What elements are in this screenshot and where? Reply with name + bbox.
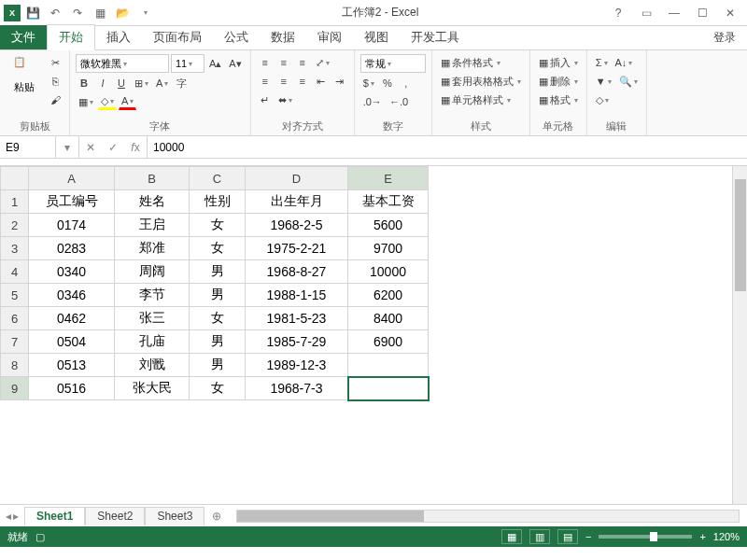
cell-C9[interactable]: 女 (190, 377, 246, 400)
tab-file[interactable]: 文件 (0, 25, 47, 49)
comma-icon[interactable]: , (398, 75, 415, 91)
cell-C4[interactable]: 男 (190, 260, 246, 284)
increase-decimal-icon[interactable]: .0→ (360, 93, 385, 110)
decrease-decimal-icon[interactable]: ←.0 (387, 93, 411, 110)
cell-E3[interactable]: 9700 (348, 237, 429, 260)
minimize-icon[interactable]: — (661, 3, 687, 23)
cell-A8[interactable]: 0513 (29, 354, 115, 377)
tab-view[interactable]: 视图 (353, 25, 400, 49)
cell-A2[interactable]: 0174 (29, 214, 115, 237)
cell-B9[interactable]: 张大民 (115, 377, 190, 400)
paste-button[interactable]: 📋 粘贴 (6, 54, 43, 96)
percent-icon[interactable]: % (379, 75, 396, 91)
help-icon[interactable]: ? (605, 3, 631, 23)
delete-cells-button[interactable]: ▦ 删除 (536, 73, 581, 90)
cell-D8[interactable]: 1989-12-3 (246, 354, 348, 377)
format-painter-icon[interactable]: 🖌 (47, 91, 63, 108)
shrink-font-icon[interactable]: A▾ (226, 55, 244, 72)
maximize-icon[interactable]: ☐ (689, 3, 715, 23)
orientation-icon[interactable]: ⤢ (313, 54, 332, 71)
open-icon[interactable]: 📂 (112, 3, 133, 23)
col-header-D[interactable]: D (246, 167, 348, 190)
cell-E5[interactable]: 6200 (348, 284, 429, 307)
col-header-C[interactable]: C (190, 167, 246, 190)
cell-D9[interactable]: 1968-7-3 (246, 377, 348, 400)
cell-B6[interactable]: 张三 (115, 307, 190, 330)
sheet-tab-sheet2[interactable]: Sheet2 (85, 507, 145, 525)
tab-layout[interactable]: 页面布局 (142, 25, 213, 49)
row-header-3[interactable]: 3 (1, 237, 29, 260)
increase-indent-icon[interactable]: ⇥ (331, 73, 348, 90)
cell-A7[interactable]: 0504 (29, 330, 115, 354)
close-icon[interactable]: ✕ (717, 3, 743, 23)
page-break-view-icon[interactable]: ▤ (557, 529, 578, 544)
login-link[interactable]: 登录 (702, 26, 747, 49)
cancel-icon[interactable]: ✕ (79, 141, 102, 154)
zoom-out-icon[interactable]: − (585, 531, 591, 542)
horizontal-scrollbar[interactable] (236, 510, 740, 523)
align-left-icon[interactable]: ≡ (257, 73, 274, 90)
phonetic-guide-icon[interactable]: 字 (173, 75, 190, 91)
worksheet-grid[interactable]: ABCDE1员工编号姓名性别出生年月基本工资20174王启女1968-2-556… (0, 166, 747, 504)
cell-E7[interactable]: 6900 (348, 330, 429, 354)
align-center-icon[interactable]: ≡ (275, 73, 292, 90)
font-color-button[interactable]: A (119, 93, 136, 110)
cell-C5[interactable]: 男 (190, 284, 246, 307)
normal-view-icon[interactable]: ▦ (501, 529, 522, 544)
sheet-nav-first-icon[interactable]: ◂ (6, 510, 11, 523)
sheet-nav-last-icon[interactable]: ▸ (13, 510, 19, 523)
macro-record-icon[interactable]: ▢ (35, 531, 45, 543)
zoom-in-icon[interactable]: + (699, 531, 705, 542)
qat-dropdown[interactable] (134, 3, 155, 23)
decrease-indent-icon[interactable]: ⇤ (313, 73, 330, 90)
row-header-7[interactable]: 7 (1, 330, 29, 354)
italic-button[interactable]: I (94, 75, 111, 91)
zoom-level[interactable]: 120% (713, 531, 740, 542)
col-header-B[interactable]: B (115, 167, 190, 190)
row-header-8[interactable]: 8 (1, 354, 29, 377)
cell-styles-button[interactable]: ▦ 单元格样式 (438, 91, 514, 108)
sheet-tab-sheet3[interactable]: Sheet3 (145, 507, 204, 525)
cell-A5[interactable]: 0346 (29, 284, 115, 307)
enter-icon[interactable]: ✓ (102, 141, 124, 154)
fill-color-button[interactable]: ◇ (98, 93, 117, 110)
insert-cells-button[interactable]: ▦ 插入 (536, 54, 581, 71)
tab-review[interactable]: 审阅 (306, 25, 353, 49)
fill-icon[interactable]: ▼ (593, 73, 614, 90)
autosum-icon[interactable]: Σ (593, 54, 611, 71)
sort-filter-icon[interactable]: A↓ (613, 54, 636, 71)
page-layout-view-icon[interactable]: ▥ (529, 529, 550, 544)
font-size-combo[interactable]: 11 (171, 54, 204, 73)
header-cell[interactable]: 性别 (190, 190, 246, 214)
header-cell[interactable]: 出生年月 (246, 190, 348, 214)
row-header-4[interactable]: 4 (1, 260, 29, 284)
header-cell[interactable]: 姓名 (115, 190, 190, 214)
clear-icon[interactable]: ◇ (593, 91, 612, 108)
undo-icon[interactable]: ↶ (45, 3, 65, 23)
cell-D2[interactable]: 1968-2-5 (246, 214, 348, 237)
cell-E2[interactable]: 5600 (348, 214, 429, 237)
save-icon[interactable]: 💾 (22, 3, 43, 23)
sheet-tab-sheet1[interactable]: Sheet1 (24, 507, 85, 525)
cell-D3[interactable]: 1975-2-21 (246, 237, 348, 260)
align-top-icon[interactable]: ≡ (257, 54, 274, 71)
currency-icon[interactable]: $ (360, 75, 377, 91)
font-name-combo[interactable]: 微软雅黑 (76, 54, 169, 73)
tab-data[interactable]: 数据 (260, 25, 306, 49)
borders-dropdown[interactable]: ▦ (76, 93, 96, 110)
cell-B8[interactable]: 刘戬 (115, 354, 190, 377)
row-header-2[interactable]: 2 (1, 214, 29, 237)
vertical-scrollbar[interactable] (732, 166, 747, 504)
row-header-5[interactable]: 5 (1, 284, 29, 307)
cell-B2[interactable]: 王启 (115, 214, 190, 237)
cell-B3[interactable]: 郑准 (115, 237, 190, 260)
number-format-combo[interactable]: 常规 (360, 54, 426, 73)
cell-D7[interactable]: 1985-7-29 (246, 330, 348, 354)
border-button[interactable]: ⊞ (132, 75, 151, 91)
cell-A3[interactable]: 0283 (29, 237, 115, 260)
cell-B5[interactable]: 李节 (115, 284, 190, 307)
cell-C8[interactable]: 男 (190, 354, 246, 377)
row-header-1[interactable]: 1 (1, 190, 29, 214)
name-dropdown-icon[interactable]: ▾ (56, 141, 78, 154)
format-cells-button[interactable]: ▦ 格式 (536, 91, 581, 108)
